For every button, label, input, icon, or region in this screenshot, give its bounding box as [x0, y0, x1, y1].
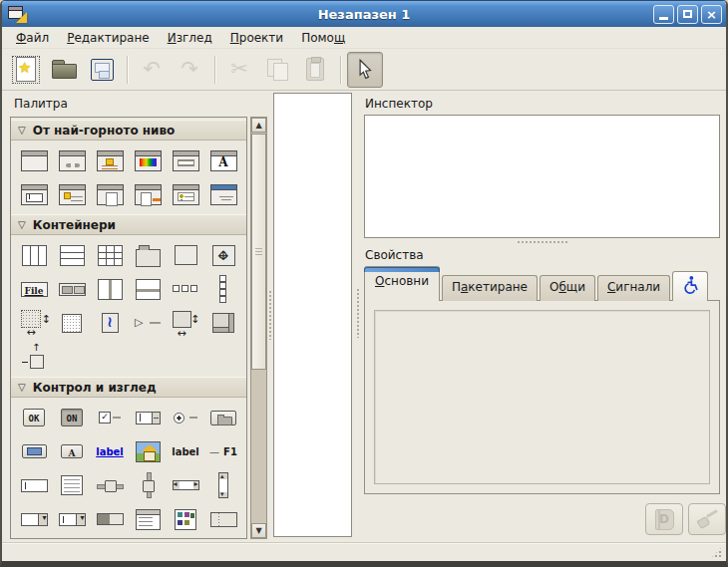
palette-item-vscale[interactable] [129, 469, 167, 501]
glade-app-icon[interactable] [8, 5, 27, 23]
menu-edit[interactable]: Редактиране [59, 28, 158, 48]
palette-item-progress-bar[interactable] [91, 503, 129, 535]
palette-item-handle-box[interactable] [91, 307, 129, 339]
palette-item-text-view[interactable] [53, 469, 91, 501]
palette-item-combo-box-entry[interactable] [53, 503, 91, 535]
palette-scrollbar[interactable]: ▲ ▼ [250, 117, 267, 539]
palette-item-menubar[interactable]: File [15, 273, 53, 305]
cut-button[interactable]: ✂ [221, 52, 257, 88]
palette-item-hscrollbar[interactable] [167, 469, 204, 501]
palette-item-toggle-button[interactable]: ON [53, 402, 91, 433]
palette-item-fixed[interactable] [204, 239, 242, 271]
palette-item-property-dialog[interactable] [53, 178, 91, 210]
palette-item-hbox[interactable] [15, 239, 53, 271]
open-project-button[interactable] [46, 52, 82, 88]
project-canvas[interactable] [273, 93, 352, 537]
palette-item-font-button[interactable]: A [53, 435, 91, 467]
palette-item-hpaned[interactable] [91, 273, 129, 305]
tab-accessibility[interactable] [672, 271, 708, 301]
redo-button[interactable]: ↷ [172, 52, 207, 88]
resize-grip[interactable] [710, 546, 723, 559]
palette-section-controls[interactable]: ▽ Контрол и изглед [11, 377, 246, 398]
palette-item-hbuttonbox[interactable] [167, 273, 204, 305]
palette-item-aspect-frame[interactable] [167, 307, 204, 339]
palette-item-drawing-area[interactable] [53, 537, 91, 539]
palette-item-link-button[interactable]: label [91, 435, 129, 467]
palette-item-scrolled-window[interactable] [15, 307, 53, 339]
palette-item-radio-button[interactable] [167, 402, 204, 433]
palette-item-frame[interactable] [167, 239, 204, 271]
palette-section-toplevel[interactable]: ▽ От най-горното ниво [11, 120, 246, 141]
close-button[interactable]: × [701, 5, 722, 24]
palette-item-vbox[interactable] [53, 239, 91, 271]
undo-button[interactable]: ↶ [134, 52, 170, 88]
scroll-down-icon[interactable]: ▼ [251, 523, 266, 538]
palette-item-tree-view[interactable] [129, 503, 167, 535]
palette-item-button[interactable]: OK [15, 402, 53, 433]
tab-common[interactable]: Общи [540, 275, 595, 301]
documentation-button[interactable]: D [645, 503, 683, 535]
menu-projects[interactable]: Проекти [222, 28, 291, 48]
palette-item-dialog[interactable] [53, 144, 91, 176]
palette-item-file-selection-dialog[interactable] [129, 178, 167, 210]
palette-item-entry[interactable] [15, 469, 53, 501]
palette-item-file-chooser-dialog[interactable] [91, 178, 129, 210]
palette-item-separator[interactable] [91, 537, 129, 539]
palette-item-alignment[interactable] [15, 341, 53, 373]
palette-item-viewport[interactable] [53, 307, 91, 339]
vscale-icon [142, 472, 155, 498]
palette-item-input-dialog[interactable] [15, 178, 53, 210]
palette-item-font-selection-dialog[interactable]: A [204, 144, 242, 176]
palette-item-hscale[interactable] [91, 469, 129, 501]
palette-item-accel-label[interactable]: F1 [204, 435, 242, 467]
menu-file[interactable]: Файл [8, 28, 57, 48]
palette: ▽ От най-горното ниво A ▽ Контейнери Fil… [10, 117, 247, 539]
save-project-button[interactable] [84, 52, 120, 88]
palette-item-check-button[interactable] [91, 402, 129, 433]
palette-grid-containers: File [11, 235, 246, 377]
palette-item-option-dialog[interactable] [167, 178, 204, 210]
new-project-button[interactable] [8, 52, 44, 88]
palette-item-toolbar[interactable] [53, 273, 91, 305]
palette-item-window[interactable] [15, 144, 53, 176]
tab-general[interactable]: Основни [364, 266, 440, 301]
inspector-tree[interactable] [364, 115, 720, 238]
palette-item-notebook[interactable] [129, 239, 167, 271]
minimize-button[interactable] [653, 5, 674, 24]
menu-view[interactable]: Изглед [160, 28, 220, 48]
paned-handle-right[interactable] [356, 288, 361, 338]
palette-item-statusbar[interactable] [15, 537, 53, 539]
scrollbar-thumb[interactable] [251, 134, 266, 370]
palette-item-layout[interactable] [204, 307, 242, 339]
palette-item-image[interactable] [129, 435, 167, 467]
palette-item-combo-box[interactable] [15, 503, 53, 535]
palette-item-icon-view[interactable] [167, 503, 204, 535]
palette-item-vbuttonbox[interactable] [204, 273, 242, 305]
palette-item-expander[interactable] [129, 307, 167, 339]
palette-item-vpaned[interactable] [129, 273, 167, 305]
titlebar[interactable]: Незапазен 1 × [2, 1, 726, 27]
selector-button[interactable] [347, 52, 383, 88]
edit-brush-button[interactable] [688, 503, 726, 535]
copy-button[interactable] [259, 52, 295, 88]
menu-help[interactable]: Помощ [293, 28, 353, 48]
maximize-button[interactable] [677, 5, 698, 24]
palette-item-about-dialog[interactable] [167, 144, 204, 176]
scroll-up-icon[interactable]: ▲ [251, 118, 266, 133]
palette-item-cell-view[interactable] [204, 503, 242, 535]
palette-item-color-button[interactable] [15, 435, 53, 467]
palette-item-table[interactable] [91, 239, 129, 271]
paste-button[interactable] [297, 52, 333, 88]
palette-item-spin-button[interactable] [129, 402, 167, 433]
palette-item-vscrollbar[interactable] [204, 469, 242, 501]
palette-item-message-dialog[interactable] [91, 144, 129, 176]
palette-item-color-selection-dialog[interactable] [129, 144, 167, 176]
undo-icon: ↶ [143, 59, 161, 80]
tab-signals[interactable]: Сигнали [597, 275, 670, 301]
palette-item-assistant[interactable] [204, 178, 242, 210]
palette-item-label[interactable]: label [167, 435, 204, 467]
paned-handle-horizontal[interactable] [517, 240, 568, 245]
palette-item-file-chooser-button[interactable] [204, 402, 242, 433]
palette-section-containers[interactable]: ▽ Контейнери [11, 214, 246, 235]
tab-packing[interactable]: Пакетиране [442, 275, 538, 301]
